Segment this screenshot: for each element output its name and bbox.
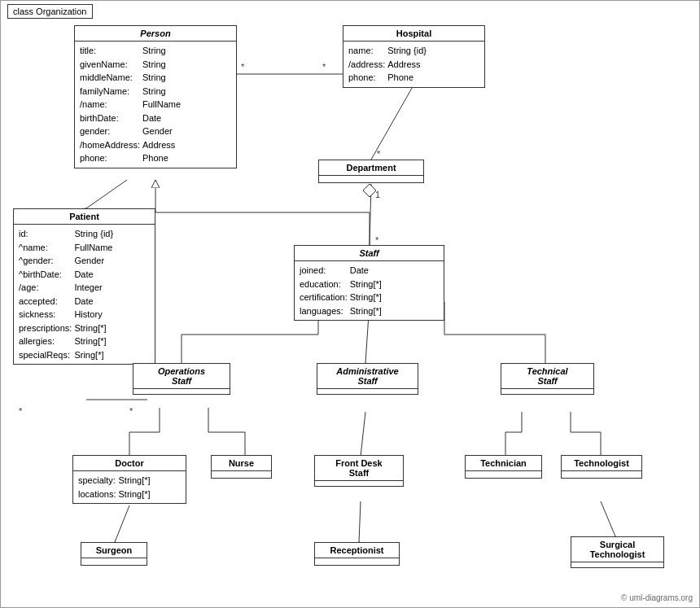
- patient-class: Patient id:String {id} ^name:FullName ^g…: [13, 208, 155, 365]
- hospital-header: Hospital: [343, 26, 484, 42]
- svg-text:*: *: [322, 62, 326, 72]
- receptionist-class: Receptionist: [314, 542, 400, 566]
- person-body: title:String givenName:String middleName…: [75, 42, 236, 168]
- receptionist-body: [315, 558, 399, 565]
- technician-class: Technician: [465, 455, 542, 479]
- svg-text:*: *: [241, 62, 245, 72]
- technician-header: Technician: [466, 456, 541, 471]
- technologist-body: [562, 471, 641, 478]
- technologist-class: Technologist: [561, 455, 642, 479]
- administrative-staff-header: AdministrativeStaff: [317, 364, 418, 389]
- doctor-body: specialty:String[*] locations:String[*]: [73, 471, 186, 503]
- administrative-staff-body: [317, 389, 418, 394]
- staff-header: Staff: [295, 246, 444, 261]
- svg-text:1: 1: [375, 190, 380, 199]
- front-desk-staff-header: Front DeskStaff: [315, 456, 403, 481]
- operations-staff-body: [133, 389, 230, 394]
- svg-text:*: *: [19, 406, 23, 416]
- watermark: © uml-diagrams.org: [621, 593, 693, 602]
- department-body: [319, 176, 423, 182]
- person-class: Person title:String givenName:String mid…: [74, 25, 237, 168]
- front-desk-staff-body: [315, 481, 403, 486]
- department-header: Department: [319, 160, 423, 176]
- technical-staff-header: TechnicalStaff: [501, 364, 593, 389]
- svg-line-3: [86, 180, 127, 208]
- svg-text:*: *: [375, 235, 379, 245]
- svg-line-19: [601, 501, 615, 536]
- person-header: Person: [75, 26, 236, 42]
- staff-body: joined:Date education:String[*] certific…: [295, 261, 444, 320]
- doctor-header: Doctor: [73, 456, 186, 471]
- svg-marker-12: [363, 184, 376, 197]
- svg-line-11: [370, 184, 371, 245]
- administrative-staff-class: AdministrativeStaff: [317, 363, 418, 395]
- diagram-container: class Organization: [0, 0, 700, 608]
- diagram-title: class Organization: [7, 4, 93, 19]
- patient-header: Patient: [14, 209, 155, 225]
- operations-staff-class: OperationsStaff: [133, 363, 230, 395]
- technician-body: [466, 471, 541, 478]
- surgeon-class: Surgeon: [81, 542, 147, 566]
- surgical-technologist-class: SurgicalTechnologist: [571, 536, 664, 568]
- surgeon-header: Surgeon: [81, 543, 147, 558]
- hospital-body: name:String {id} /address:Address phone:…: [343, 42, 484, 87]
- operations-staff-header: OperationsStaff: [133, 364, 230, 389]
- technical-staff-body: [501, 389, 593, 394]
- svg-line-18: [359, 501, 361, 542]
- doctor-class: Doctor specialty:String[*] locations:Str…: [72, 455, 186, 504]
- technical-staff-class: TechnicalStaff: [501, 363, 594, 395]
- front-desk-staff-class: Front DeskStaff: [314, 455, 404, 487]
- svg-line-17: [115, 505, 129, 542]
- nurse-body: [212, 471, 271, 478]
- surgeon-body: [81, 558, 147, 565]
- svg-text:*: *: [129, 406, 133, 416]
- nurse-header: Nurse: [212, 456, 271, 471]
- surgical-technologist-body: [571, 562, 663, 567]
- svg-line-16: [361, 412, 365, 457]
- nurse-class: Nurse: [211, 455, 272, 479]
- technologist-header: Technologist: [562, 456, 641, 471]
- staff-class: Staff joined:Date education:String[*] ce…: [294, 245, 444, 321]
- svg-line-4: [371, 78, 418, 160]
- patient-body: id:String {id} ^name:FullName ^gender:Ge…: [14, 225, 155, 364]
- department-class: Department: [318, 160, 424, 183]
- hospital-class: Hospital name:String {id} /address:Addre…: [343, 25, 485, 88]
- surgical-technologist-header: SurgicalTechnologist: [571, 537, 663, 562]
- receptionist-header: Receptionist: [315, 543, 399, 558]
- svg-text:*: *: [377, 149, 381, 159]
